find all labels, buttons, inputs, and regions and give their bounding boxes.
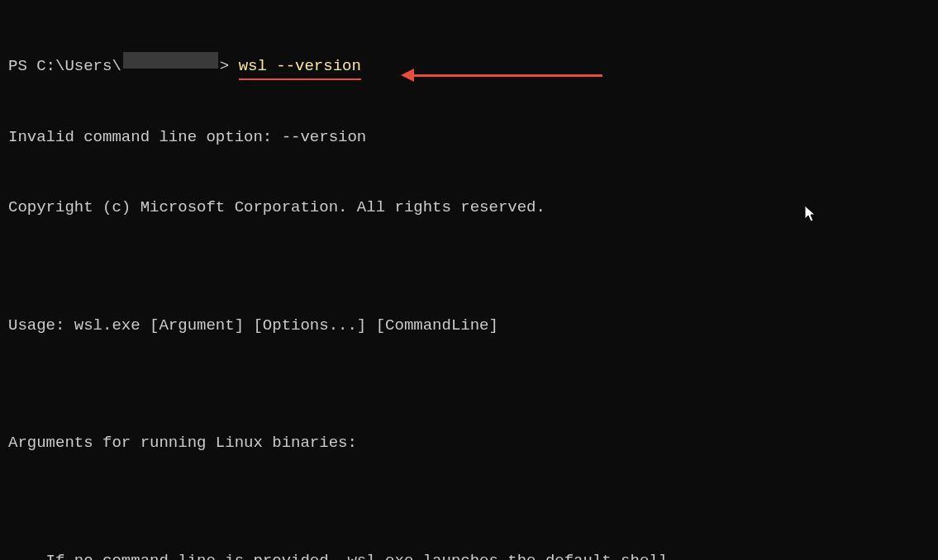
- terminal-output[interactable]: PS C:\Users\> wsl --version Invalid comm…: [8, 7, 930, 560]
- arrow-line: [412, 74, 602, 77]
- output-line: Invalid command line option: --version: [8, 126, 930, 149]
- prompt-prefix: PS C:\Users\: [8, 55, 121, 78]
- output-line: If no command line is provided, wsl.exe …: [8, 549, 930, 561]
- command-underline-annotation: [239, 78, 361, 80]
- output-line: Arguments for running Linux binaries:: [8, 431, 930, 455]
- redacted-username: [123, 52, 218, 69]
- output-line: Usage: wsl.exe [Argument] [Options...] […: [8, 314, 930, 338]
- command-text: wsl --version: [239, 57, 361, 75]
- entered-command: wsl --version: [239, 55, 361, 78]
- prompt-caret: >: [220, 55, 239, 78]
- arrow-annotation: [401, 69, 602, 82]
- output-line: Copyright (c) Microsoft Corporation. All…: [8, 196, 930, 220]
- command-prompt-line: PS C:\Users\> wsl --version: [8, 54, 930, 78]
